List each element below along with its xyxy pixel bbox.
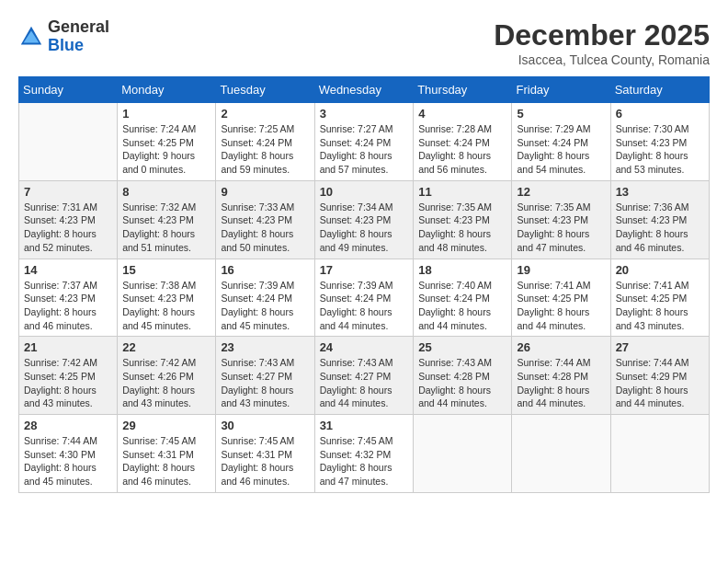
weekday-header-thursday: Thursday — [414, 77, 512, 103]
day-number: 15 — [122, 263, 210, 277]
calendar-cell: 22Sunrise: 7:42 AM Sunset: 4:26 PM Dayli… — [118, 337, 216, 415]
weekday-header-row: SundayMondayTuesdayWednesdayThursdayFrid… — [19, 77, 710, 103]
calendar-cell: 18Sunrise: 7:40 AM Sunset: 4:24 PM Dayli… — [414, 259, 512, 337]
calendar-cell: 15Sunrise: 7:38 AM Sunset: 4:23 PM Dayli… — [118, 259, 216, 337]
calendar-cell: 9Sunrise: 7:33 AM Sunset: 4:23 PM Daylig… — [216, 180, 314, 259]
day-info: Sunrise: 7:43 AM Sunset: 4:28 PM Dayligh… — [418, 356, 506, 410]
day-number: 21 — [24, 340, 112, 354]
month-title: December 2025 — [494, 18, 710, 52]
day-info: Sunrise: 7:34 AM Sunset: 4:23 PM Dayligh… — [320, 201, 409, 255]
day-info: Sunrise: 7:29 AM Sunset: 4:24 PM Dayligh… — [517, 122, 605, 177]
day-info: Sunrise: 7:43 AM Sunset: 4:27 PM Dayligh… — [221, 356, 309, 410]
day-info: Sunrise: 7:32 AM Sunset: 4:23 PM Dayligh… — [122, 201, 210, 255]
calendar-week-4: 21Sunrise: 7:42 AM Sunset: 4:25 PM Dayli… — [19, 337, 710, 415]
calendar-cell: 16Sunrise: 7:39 AM Sunset: 4:24 PM Dayli… — [216, 259, 314, 337]
day-number: 31 — [320, 419, 409, 432]
day-info: Sunrise: 7:44 AM Sunset: 4:28 PM Dayligh… — [517, 356, 605, 410]
day-number: 3 — [320, 107, 409, 121]
day-info: Sunrise: 7:44 AM Sunset: 4:29 PM Dayligh… — [616, 356, 704, 410]
calendar-cell: 14Sunrise: 7:37 AM Sunset: 4:23 PM Dayli… — [19, 259, 118, 337]
day-info: Sunrise: 7:37 AM Sunset: 4:23 PM Dayligh… — [24, 279, 112, 333]
calendar-cell: 3Sunrise: 7:27 AM Sunset: 4:24 PM Daylig… — [314, 103, 414, 181]
weekday-header-tuesday: Tuesday — [216, 77, 314, 103]
logo-icon — [18, 24, 44, 50]
day-number: 25 — [418, 340, 506, 354]
day-info: Sunrise: 7:45 AM Sunset: 4:31 PM Dayligh… — [221, 434, 309, 488]
logo: General Blue — [18, 18, 109, 55]
day-number: 20 — [616, 263, 704, 277]
day-info: Sunrise: 7:31 AM Sunset: 4:23 PM Dayligh… — [24, 201, 112, 255]
day-info: Sunrise: 7:38 AM Sunset: 4:23 PM Dayligh… — [122, 279, 210, 333]
calendar-cell — [512, 415, 610, 493]
day-number: 30 — [221, 419, 309, 432]
day-info: Sunrise: 7:41 AM Sunset: 4:25 PM Dayligh… — [517, 279, 605, 333]
day-info: Sunrise: 7:27 AM Sunset: 4:24 PM Dayligh… — [320, 122, 409, 177]
page-header: General Blue December 2025 Isaccea, Tulc… — [18, 18, 710, 67]
calendar-table: SundayMondayTuesdayWednesdayThursdayFrid… — [18, 76, 710, 493]
day-info: Sunrise: 7:44 AM Sunset: 4:30 PM Dayligh… — [24, 434, 112, 488]
calendar-cell: 29Sunrise: 7:45 AM Sunset: 4:31 PM Dayli… — [118, 415, 216, 493]
location: Isaccea, Tulcea County, Romania — [494, 52, 710, 67]
day-info: Sunrise: 7:41 AM Sunset: 4:25 PM Dayligh… — [616, 279, 704, 333]
day-number: 8 — [122, 185, 210, 199]
day-number: 6 — [616, 107, 704, 121]
calendar-cell: 17Sunrise: 7:39 AM Sunset: 4:24 PM Dayli… — [314, 259, 414, 337]
calendar-week-1: 1Sunrise: 7:24 AM Sunset: 4:25 PM Daylig… — [19, 103, 710, 181]
weekday-header-monday: Monday — [118, 77, 216, 103]
day-number: 12 — [517, 185, 605, 199]
day-number: 28 — [24, 419, 112, 432]
day-number: 1 — [122, 107, 210, 121]
calendar-cell: 25Sunrise: 7:43 AM Sunset: 4:28 PM Dayli… — [414, 337, 512, 415]
day-number: 22 — [122, 340, 210, 354]
day-info: Sunrise: 7:42 AM Sunset: 4:25 PM Dayligh… — [24, 356, 112, 410]
calendar-cell: 24Sunrise: 7:43 AM Sunset: 4:27 PM Dayli… — [314, 337, 414, 415]
calendar-cell: 30Sunrise: 7:45 AM Sunset: 4:31 PM Dayli… — [216, 415, 314, 493]
calendar-cell: 8Sunrise: 7:32 AM Sunset: 4:23 PM Daylig… — [118, 180, 216, 259]
calendar-cell — [19, 103, 118, 181]
calendar-cell: 6Sunrise: 7:30 AM Sunset: 4:23 PM Daylig… — [610, 103, 709, 181]
calendar-cell: 19Sunrise: 7:41 AM Sunset: 4:25 PM Dayli… — [512, 259, 610, 337]
day-info: Sunrise: 7:39 AM Sunset: 4:24 PM Dayligh… — [320, 279, 409, 333]
day-info: Sunrise: 7:28 AM Sunset: 4:24 PM Dayligh… — [418, 122, 506, 177]
day-info: Sunrise: 7:30 AM Sunset: 4:23 PM Dayligh… — [616, 122, 704, 177]
day-number: 4 — [418, 107, 506, 121]
calendar-cell: 4Sunrise: 7:28 AM Sunset: 4:24 PM Daylig… — [414, 103, 512, 181]
calendar-cell: 27Sunrise: 7:44 AM Sunset: 4:29 PM Dayli… — [610, 337, 709, 415]
day-number: 9 — [221, 185, 309, 199]
day-info: Sunrise: 7:40 AM Sunset: 4:24 PM Dayligh… — [418, 279, 506, 333]
weekday-header-sunday: Sunday — [19, 77, 118, 103]
weekday-header-friday: Friday — [512, 77, 610, 103]
calendar-cell: 12Sunrise: 7:35 AM Sunset: 4:23 PM Dayli… — [512, 180, 610, 259]
calendar-cell: 26Sunrise: 7:44 AM Sunset: 4:28 PM Dayli… — [512, 337, 610, 415]
day-number: 17 — [320, 263, 409, 277]
day-info: Sunrise: 7:35 AM Sunset: 4:23 PM Dayligh… — [517, 201, 605, 255]
calendar-cell: 21Sunrise: 7:42 AM Sunset: 4:25 PM Dayli… — [19, 337, 118, 415]
day-info: Sunrise: 7:45 AM Sunset: 4:31 PM Dayligh… — [122, 434, 210, 488]
day-info: Sunrise: 7:36 AM Sunset: 4:23 PM Dayligh… — [616, 201, 704, 255]
day-info: Sunrise: 7:33 AM Sunset: 4:23 PM Dayligh… — [221, 201, 309, 255]
calendar-cell: 2Sunrise: 7:25 AM Sunset: 4:24 PM Daylig… — [216, 103, 314, 181]
day-number: 23 — [221, 340, 309, 354]
day-number: 13 — [616, 185, 704, 199]
calendar-cell: 5Sunrise: 7:29 AM Sunset: 4:24 PM Daylig… — [512, 103, 610, 181]
day-info: Sunrise: 7:42 AM Sunset: 4:26 PM Dayligh… — [122, 356, 210, 410]
calendar-cell — [414, 415, 512, 493]
logo-general-text: General — [48, 17, 109, 36]
calendar-cell: 13Sunrise: 7:36 AM Sunset: 4:23 PM Dayli… — [610, 180, 709, 259]
day-info: Sunrise: 7:25 AM Sunset: 4:24 PM Dayligh… — [221, 122, 309, 177]
day-number: 26 — [517, 340, 605, 354]
day-info: Sunrise: 7:39 AM Sunset: 4:24 PM Dayligh… — [221, 279, 309, 333]
day-number: 2 — [221, 107, 309, 121]
calendar-cell: 31Sunrise: 7:45 AM Sunset: 4:32 PM Dayli… — [314, 415, 414, 493]
day-number: 18 — [418, 263, 506, 277]
calendar-cell: 11Sunrise: 7:35 AM Sunset: 4:23 PM Dayli… — [414, 180, 512, 259]
calendar-cell: 20Sunrise: 7:41 AM Sunset: 4:25 PM Dayli… — [610, 259, 709, 337]
calendar-cell — [610, 415, 709, 493]
logo-blue-text: Blue — [48, 36, 84, 54]
day-number: 27 — [616, 340, 704, 354]
day-info: Sunrise: 7:43 AM Sunset: 4:27 PM Dayligh… — [320, 356, 409, 410]
title-block: December 2025 Isaccea, Tulcea County, Ro… — [494, 18, 710, 67]
calendar-cell: 7Sunrise: 7:31 AM Sunset: 4:23 PM Daylig… — [19, 180, 118, 259]
day-info: Sunrise: 7:45 AM Sunset: 4:32 PM Dayligh… — [320, 434, 409, 488]
day-number: 14 — [24, 263, 112, 277]
